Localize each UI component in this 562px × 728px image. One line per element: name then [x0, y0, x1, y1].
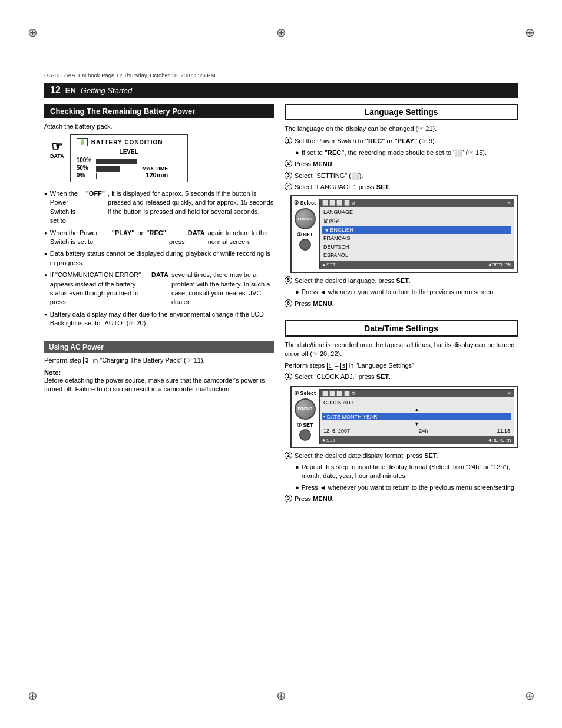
data-label: DATA — [50, 153, 64, 159]
bar-50 — [96, 166, 137, 172]
note-label: Note: — [44, 369, 274, 376]
lang-step-5-bullet-text: Press ◄ whenever you want to return to t… — [302, 288, 495, 297]
page-en-label: EN — [65, 86, 76, 95]
lang-step-5: 5 Select the desired language, press SET… — [285, 276, 518, 285]
clock-menu-header: ⬜ ⬜ ⬜ ⬜ ⚙ ✕ — [320, 390, 514, 397]
datetime-section-header: Date/Time Settings — [285, 320, 518, 337]
print-file-line: GR-D850AA_EN.book Page 12 Thursday, Octo… — [44, 70, 518, 78]
lang-menu-header: ⬜ ⬜ ⬜ ⬜ ⚙ ✕ — [320, 199, 514, 207]
language-intro: The language on the display can be chang… — [285, 124, 518, 133]
battery-box: 🔋 BATTERY CONDITION LEVEL 100% 50% 0% — [70, 134, 188, 182]
datetime-intro: The date/time is recorded onto the tape … — [285, 341, 518, 359]
clock-adj-item: CLOCK ADJ. — [322, 399, 511, 406]
step-num-4: 4 — [285, 183, 292, 190]
dt-step-num-1: 1 — [285, 373, 292, 380]
knob-container: FOCUS — [295, 208, 316, 229]
clock-select-label: ① Select — [294, 390, 316, 396]
dt-bullet-icon-2: ● — [295, 483, 299, 492]
datetime-section: Date/Time Settings The date/time is reco… — [285, 320, 518, 506]
dt-step-2: 2 Select the desired date display format… — [285, 452, 518, 460]
clock-datetime-row: 12. 6. 2007 24h 11:13 — [322, 427, 511, 434]
dt-step-2-bullet2-text: Press ◄ whenever you want to return to t… — [302, 483, 516, 492]
lang-step-3: 3 Select "SETTING" (⬜). — [285, 172, 518, 180]
page-header: 12 EN Getting Started — [44, 83, 518, 98]
bullet-icon-1: ● — [295, 149, 299, 157]
step-num-1: 1 — [285, 137, 292, 144]
clock-footer-return: ◄RETURN — [487, 437, 511, 443]
dt-step-num-3: 3 — [285, 495, 292, 502]
reg-mark-top-mid: ⊕ — [272, 24, 290, 41]
dt-step-3-text: Press MENU. — [295, 495, 334, 503]
clock-knob-group: ① Select FOCUS ② SET — [294, 390, 316, 441]
page-section-title: Getting Started — [81, 86, 132, 95]
max-time-value: 120min — [146, 172, 168, 179]
dt-step-1: 1 Select "CLOCK ADJ." press SET. — [285, 373, 518, 381]
clock-24h: 24h — [419, 428, 428, 434]
battery-condition-label: BATTERY CONDITION — [91, 139, 163, 146]
reg-mark-bottom-right: ⊕ — [521, 687, 538, 704]
lang-footer-set: ● SET — [322, 262, 336, 268]
battery-intro: Attach the battery pack. — [44, 123, 274, 130]
step-num-3: 3 — [285, 172, 292, 179]
level-label: LEVEL — [77, 149, 181, 155]
lang-step-6-text: Press MENU. — [295, 299, 334, 308]
step-num-5: 5 — [285, 276, 292, 284]
dt-step-2-bullet1: ● Repeat this step to input time display… — [295, 463, 518, 481]
battery-bullet-list: When the Power Switch is set to "OFF", i… — [44, 189, 274, 328]
bullet-5: Battery data display may differ due to t… — [44, 310, 274, 328]
dt-step-1-text: Select "CLOCK ADJ." press SET. — [295, 373, 391, 381]
bar-0 — [96, 173, 137, 179]
clock-focus-knob: FOCUS — [295, 398, 316, 420]
note-text: Before detaching the power source, make … — [44, 376, 274, 394]
focus-knob: FOCUS — [295, 208, 316, 229]
bullet-icon-5: ● — [295, 288, 299, 297]
clock-menu-icons: ⬜ ⬜ ⬜ ⬜ ⚙ — [322, 391, 355, 396]
hand-icon: ☞ — [51, 140, 63, 153]
clock-menu-screen: ⬜ ⬜ ⬜ ⬜ ⚙ ✕ CLOCK ADJ. ▲ • DATE·MONTH·YE… — [319, 389, 514, 444]
clock-knob-container: FOCUS — [295, 398, 316, 420]
language-section: Language Settings The language on the di… — [285, 104, 518, 311]
right-column: Language Settings The language on the di… — [285, 104, 518, 669]
lang-step-5-bullet: ● Press ◄ whenever you want to return to… — [295, 288, 518, 297]
focus-label: FOCUS — [297, 217, 312, 221]
lang-step-4-text: Select "LANGUAGE", press SET. — [295, 183, 391, 192]
bar-100 — [96, 159, 137, 164]
lang-item-espanol: ESPANOL — [322, 251, 511, 260]
lang-menu-screen: ⬜ ⬜ ⬜ ⬜ ⚙ ✕ LANGUAGE 简体字 ◄ ENGLISH FRANC… — [319, 199, 514, 269]
dt-step-2-text: Select the desired date display format, … — [295, 452, 439, 460]
step-num-6: 6 — [285, 299, 292, 307]
lang-step-1-bullet-text: If set to "REC", the recording mode shou… — [302, 149, 487, 157]
clock-menu-footer: ● SET ◄RETURN — [320, 436, 514, 444]
reg-mark-bottom-mid: ⊕ — [272, 687, 290, 704]
lang-step-2: 2 Press MENU. — [285, 160, 518, 169]
reg-mark-bottom-left: ⊕ — [24, 687, 41, 704]
lang-step-6: 6 Press MENU. — [285, 299, 518, 308]
lang-menu-body: LANGUAGE 简体字 ◄ ENGLISH FRANCAIS DEUTSCH … — [320, 207, 514, 261]
battery-title-row: 🔋 BATTERY CONDITION — [77, 138, 181, 146]
bar-label-0: 0% — [77, 172, 92, 179]
dt-bullet-icon-1: ● — [295, 463, 299, 481]
battery-section: Checking The Remaining Battery Power Att… — [44, 104, 274, 331]
lang-menu-screen-wrapper: ⬜ ⬜ ⬜ ⬜ ⚙ ✕ LANGUAGE 简体字 ◄ ENGLISH FRANC… — [319, 199, 514, 269]
bullet-4: If "COMMUNICATION ERROR" appears instead… — [44, 271, 274, 307]
clock-menu-body: CLOCK ADJ. ▲ • DATE·MONTH·YEAR ▼ 12. 6. … — [320, 397, 514, 436]
lang-footer-return: ◄RETURN — [487, 262, 511, 268]
clock-date-item: • DATE·MONTH·YEAR — [322, 413, 511, 420]
set-label: ② SET — [297, 232, 313, 238]
datetime-intro2: Perform steps 1 – 3 in "Language Setting… — [285, 361, 518, 370]
dt-step-3: 3 Press MENU. — [285, 495, 518, 503]
page: ⊕ ⊕ ⊕ ⊕ ⊕ ⊕ GR-D850AA_EN.book Page 12 Th… — [0, 0, 562, 728]
lang-item-chinese: 简体字 — [322, 217, 511, 226]
lang-step-5-text: Select the desired language, press SET. — [295, 276, 411, 285]
dt-step-num-2: 2 — [285, 452, 292, 459]
clock-footer-set: ● SET — [322, 437, 336, 443]
bar-fill-50 — [96, 166, 120, 172]
content-area: 12 EN Getting Started Checking The Remai… — [44, 83, 518, 669]
lang-step-1: 1 Set the Power Switch to "REC" or "PLAY… — [285, 137, 518, 146]
clock-set-knob — [299, 429, 311, 441]
bars-visual — [96, 159, 137, 179]
data-icon: ☞ DATA — [50, 140, 64, 159]
bar-fill-0 — [96, 173, 97, 179]
lang-item-deutsch: DEUTSCH — [322, 243, 511, 252]
language-menu-box: ① Select FOCUS ② SET — [290, 195, 518, 273]
